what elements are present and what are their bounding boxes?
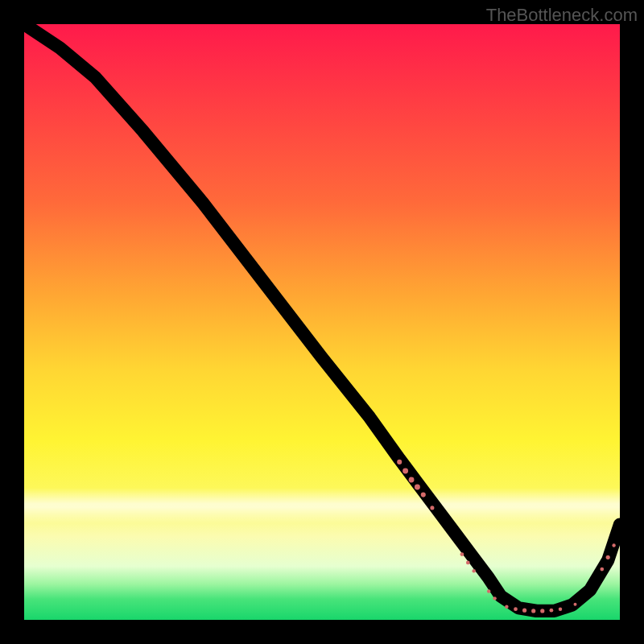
data-point <box>402 469 408 474</box>
data-point <box>550 609 554 613</box>
data-point <box>540 609 544 613</box>
data-point <box>514 607 518 611</box>
data-point <box>466 561 470 565</box>
chart-frame: TheBottleneck.com <box>0 0 644 644</box>
data-point <box>487 589 490 592</box>
data-point <box>606 555 610 559</box>
plot-area <box>24 24 620 620</box>
data-point <box>409 477 415 483</box>
data-point <box>472 569 475 572</box>
data-point <box>505 605 508 609</box>
data-point <box>415 485 420 490</box>
watermark-text: TheBottleneck.com <box>486 5 638 26</box>
curve-svg <box>24 24 620 620</box>
data-point <box>600 568 604 572</box>
bottleneck-curve <box>24 24 620 611</box>
data-point <box>559 607 562 610</box>
data-point <box>574 603 577 606</box>
data-point <box>531 609 535 613</box>
data-point <box>397 460 402 464</box>
data-point <box>522 609 526 613</box>
data-point <box>460 552 464 556</box>
data-point <box>493 597 496 600</box>
data-point <box>421 493 426 497</box>
data-point <box>612 543 615 547</box>
data-point <box>430 506 434 510</box>
